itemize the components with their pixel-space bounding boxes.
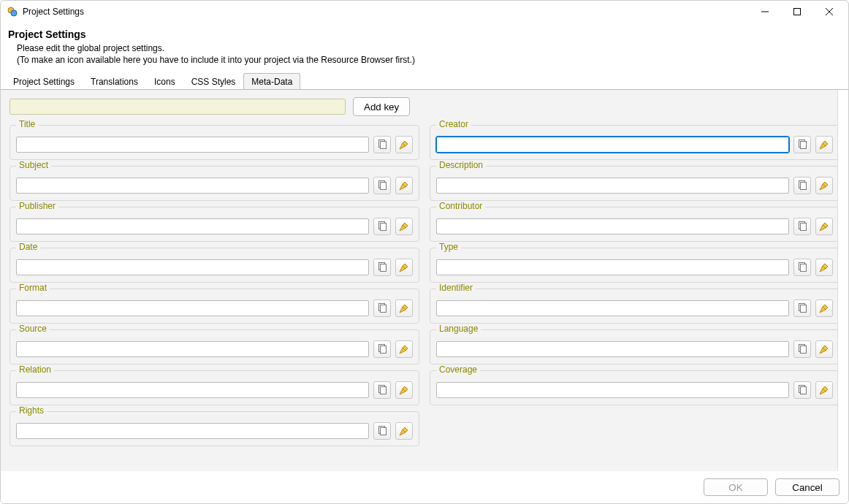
label-source: Source	[16, 324, 50, 334]
clear-button-identifier[interactable]	[815, 299, 833, 317]
broom-icon	[399, 344, 409, 354]
broom-icon	[819, 262, 829, 272]
copy-button-title[interactable]	[373, 136, 391, 153]
copy-button-relation[interactable]	[373, 381, 391, 399]
broom-icon	[819, 221, 829, 232]
clear-button-source[interactable]	[395, 340, 413, 358]
copy-button-contributor[interactable]	[793, 218, 811, 235]
copy-button-type[interactable]	[793, 259, 811, 276]
clear-button-relation[interactable]	[395, 381, 413, 399]
tab-body-meta-data: Add key TitleSubjectPublisherDateFormatS…	[1, 89, 848, 471]
new-key-input[interactable]	[9, 99, 346, 115]
clear-button-creator[interactable]	[815, 136, 833, 153]
broom-icon	[399, 262, 409, 272]
svg-rect-24	[801, 224, 807, 231]
broom-icon	[819, 385, 829, 395]
clear-button-language[interactable]	[815, 340, 833, 358]
copy-button-creator[interactable]	[793, 136, 811, 153]
language-input[interactable]	[436, 341, 789, 357]
fields-column-right: CreatorDescriptionContributorTypeIdentif…	[430, 125, 840, 446]
clear-button-description[interactable]	[815, 177, 833, 194]
field-row-date	[16, 259, 413, 276]
label-identifier: Identifier	[436, 283, 476, 293]
window-title: Project Settings	[23, 7, 84, 17]
clear-button-publisher[interactable]	[395, 218, 413, 235]
svg-rect-20	[801, 142, 807, 149]
fields-column-left: TitleSubjectPublisherDateFormatSourceRel…	[9, 125, 419, 446]
add-key-button[interactable]: Add key	[353, 97, 410, 116]
tab-meta-data[interactable]: Meta-Data	[243, 73, 300, 90]
clear-button-rights[interactable]	[395, 422, 413, 440]
svg-rect-28	[801, 305, 807, 313]
broom-icon	[399, 180, 409, 191]
clear-button-contributor[interactable]	[815, 218, 833, 235]
label-creator: Creator	[436, 119, 471, 129]
copy-icon	[797, 385, 807, 395]
clear-button-coverage[interactable]	[815, 381, 833, 399]
copy-icon	[377, 262, 387, 272]
tab-project-settings[interactable]: Project Settings	[5, 73, 83, 90]
source-input[interactable]	[16, 341, 369, 357]
rights-input[interactable]	[16, 423, 369, 439]
contributor-input[interactable]	[436, 218, 789, 234]
group-coverage: Coverage	[430, 370, 840, 405]
clear-button-title[interactable]	[395, 136, 413, 153]
copy-icon	[797, 180, 807, 191]
broom-icon	[819, 180, 829, 191]
maximize-button[interactable]	[781, 1, 813, 22]
tab-translations[interactable]: Translations	[83, 73, 146, 90]
svg-rect-14	[381, 346, 387, 354]
field-row-coverage	[436, 381, 833, 399]
cancel-button[interactable]: Cancel	[775, 478, 840, 496]
coverage-input[interactable]	[436, 382, 789, 398]
group-relation: Relation	[9, 370, 419, 405]
ok-button[interactable]: OK	[704, 478, 768, 496]
app-icon	[7, 6, 18, 18]
date-input[interactable]	[16, 259, 369, 275]
copy-icon	[797, 262, 807, 272]
tab-icons[interactable]: Icons	[146, 73, 183, 90]
group-source: Source	[9, 329, 419, 364]
publisher-input[interactable]	[16, 218, 369, 234]
creator-input[interactable]	[436, 137, 789, 153]
tab-css-styles[interactable]: CSS Styles	[183, 73, 244, 90]
page-title: Project Settings	[8, 28, 841, 40]
title-input[interactable]	[16, 137, 369, 153]
copy-icon	[797, 344, 807, 354]
format-input[interactable]	[16, 300, 369, 316]
svg-rect-26	[801, 264, 807, 272]
subject-input[interactable]	[16, 177, 369, 194]
relation-input[interactable]	[16, 382, 369, 398]
group-identifier: Identifier	[430, 289, 840, 324]
copy-button-description[interactable]	[793, 177, 811, 194]
copy-icon	[377, 140, 387, 150]
copy-button-rights[interactable]	[373, 422, 391, 440]
clear-button-type[interactable]	[815, 259, 833, 276]
copy-button-publisher[interactable]	[373, 218, 391, 235]
svg-rect-2	[794, 9, 801, 15]
field-row-language	[436, 340, 833, 358]
type-input[interactable]	[436, 259, 789, 275]
copy-button-subject[interactable]	[373, 177, 391, 194]
description-input[interactable]	[436, 177, 789, 194]
field-row-identifier	[436, 299, 833, 317]
broom-icon	[819, 344, 829, 354]
field-row-subject	[16, 177, 413, 194]
copy-button-language[interactable]	[793, 340, 811, 358]
copy-button-format[interactable]	[373, 299, 391, 317]
label-contributor: Contributor	[436, 201, 485, 211]
copy-button-coverage[interactable]	[793, 381, 811, 399]
copy-button-date[interactable]	[373, 259, 391, 276]
identifier-input[interactable]	[436, 300, 789, 316]
close-button[interactable]	[813, 1, 845, 22]
broom-icon	[399, 303, 409, 313]
copy-button-source[interactable]	[373, 340, 391, 358]
clear-button-subject[interactable]	[395, 177, 413, 194]
copy-button-identifier[interactable]	[793, 299, 811, 317]
minimize-button[interactable]	[749, 1, 781, 22]
clear-button-date[interactable]	[395, 259, 413, 276]
group-format: Format	[9, 289, 419, 324]
group-creator: Creator	[430, 125, 840, 160]
clear-button-format[interactable]	[395, 299, 413, 317]
copy-icon	[377, 385, 387, 395]
